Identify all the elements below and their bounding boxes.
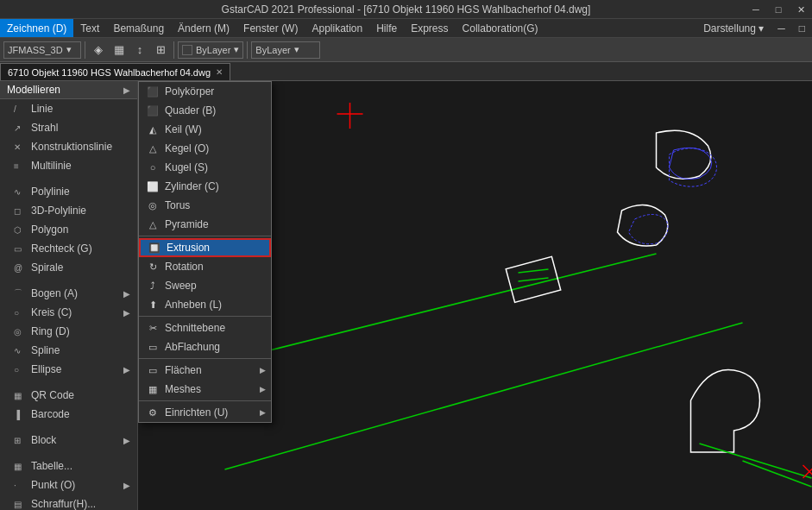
dropdown-sep-4 bbox=[139, 400, 271, 401]
polygon-icon: ⬡ bbox=[14, 225, 26, 235]
menu-express[interactable]: Express bbox=[404, 19, 455, 37]
schraffur-icon: ▤ bbox=[14, 500, 26, 509]
maximize-button[interactable]: □ bbox=[767, 0, 790, 19]
menu-fenster[interactable]: Fenster (W) bbox=[236, 19, 305, 37]
svg-line-3 bbox=[225, 323, 743, 469]
sidebar-item-linie[interactable]: / Linie bbox=[0, 99, 137, 118]
linie-label: Linie bbox=[31, 103, 53, 115]
menu-applikation[interactable]: Applikation bbox=[305, 19, 369, 37]
dropdown-polykorper[interactable]: ⬛ Polykörper bbox=[139, 82, 271, 101]
barcode-icon: ▐ bbox=[14, 410, 26, 419]
dropdown-einrichten[interactable]: ⚙ Einrichten (U) bbox=[139, 403, 271, 422]
strahl-icon: ↗ bbox=[14, 123, 26, 133]
sidebar-item-polylinie[interactable]: ∿ Polylinie bbox=[0, 182, 137, 201]
sidebar-item-spirale[interactable]: @ Spirale bbox=[0, 258, 137, 277]
dropdown-sweep[interactable]: ⤴ Sweep bbox=[139, 276, 271, 295]
dropdown-schnittebene[interactable]: ✂ Schnittebene bbox=[139, 318, 271, 337]
flachen-icon: ▭ bbox=[146, 365, 160, 376]
linetype-value: ByLayer bbox=[255, 45, 290, 55]
layer-dropdown[interactable]: JFMASS_3D ▾ bbox=[3, 41, 81, 59]
sidebar-item-strahl[interactable]: ↗ Strahl bbox=[0, 118, 137, 137]
menu-hilfe[interactable]: Hilfe bbox=[369, 19, 404, 37]
sidebar-item-polygon[interactable]: ⬡ Polygon bbox=[0, 220, 137, 239]
sidebar-item-ring[interactable]: ◎ Ring (D) bbox=[0, 322, 137, 341]
tab-drawing[interactable]: 6710 Objekt 11960 HGS Wahlbacherhof 04.d… bbox=[0, 63, 230, 80]
dropdown-rotation[interactable]: ↻ Rotation bbox=[139, 257, 271, 276]
tab-close-button[interactable]: ✕ bbox=[216, 67, 223, 77]
pyramide-label: Pyramide bbox=[165, 218, 209, 230]
sidebar-item-ellipse[interactable]: ○ Ellipse ▶ bbox=[0, 360, 137, 379]
sidebar-item-kreis[interactable]: ○ Kreis (C) ▶ bbox=[0, 303, 137, 322]
torus-label: Torus bbox=[165, 199, 190, 211]
bogen-sub-arrow: ▶ bbox=[123, 289, 130, 299]
sidebar-sep-2 bbox=[0, 277, 137, 284]
torus-icon: ◎ bbox=[146, 200, 160, 211]
menu-max2[interactable]: □ bbox=[792, 19, 812, 37]
menu-text[interactable]: Text bbox=[73, 19, 106, 37]
sidebar-item-qrcode[interactable]: ▦ QR Code bbox=[0, 386, 137, 405]
sidebar-item-konstruktionslinie[interactable]: ✕ Konstruktionslinie bbox=[0, 137, 137, 156]
einrichten-label: Einrichten (U) bbox=[165, 406, 228, 419]
sidebar-item-spline[interactable]: ∿ Spline bbox=[0, 341, 137, 360]
sidebar-item-punkt[interactable]: · Punkt (O) ▶ bbox=[0, 475, 137, 494]
bogen-icon: ⌒ bbox=[14, 287, 26, 299]
menu-bemasssung[interactable]: Bemaßung bbox=[106, 19, 171, 37]
dropdown-extrusion[interactable]: 🔲 Extrusion bbox=[139, 238, 271, 257]
sidebar-item-multilinie[interactable]: ≡ Multilinie bbox=[0, 156, 137, 175]
dropdown-abflachung[interactable]: ▭ AbFlachung bbox=[139, 337, 271, 356]
minimize-button[interactable]: ─ bbox=[745, 0, 767, 19]
sidebar-item-barcode[interactable]: ▐ Barcode bbox=[0, 405, 137, 424]
dropdown-anheben[interactable]: ⬆ Anheben (L) bbox=[139, 295, 271, 314]
sidebar-item-schraffur[interactable]: ▤ Schraffur(H)... bbox=[0, 494, 137, 510]
dropdown-flachen[interactable]: ▭ Flächen bbox=[139, 361, 271, 380]
toolbar-icon-1[interactable]: ◈ bbox=[89, 41, 108, 59]
multilinie-icon: ≡ bbox=[14, 161, 26, 171]
sidebar-sep-3 bbox=[0, 379, 137, 386]
sidebar-item-tabelle[interactable]: ▦ Tabelle... bbox=[0, 456, 137, 475]
polykorper-icon: ⬛ bbox=[146, 86, 160, 98]
polylinie-icon: ∿ bbox=[14, 187, 26, 197]
color-dropdown[interactable]: ByLayer ▾ bbox=[178, 41, 243, 59]
menu-collaboration[interactable]: Collaboration(G) bbox=[456, 19, 545, 37]
punkt-label: Punkt (O) bbox=[31, 479, 75, 491]
dropdown-kegel[interactable]: △ Kegel (O) bbox=[139, 139, 271, 158]
keil-icon: ◭ bbox=[146, 124, 160, 135]
dropdown-kugel[interactable]: ○ Kugel (S) bbox=[139, 158, 271, 177]
sidebar-item-3dpolylinie[interactable]: ◻ 3D-Polylinie bbox=[0, 201, 137, 220]
dropdown-sep-3 bbox=[139, 358, 271, 359]
menu-min2[interactable]: ─ bbox=[771, 19, 792, 37]
sidebar-item-rechteck[interactable]: ▭ Rechteck (G) bbox=[0, 239, 137, 258]
dropdown-keil[interactable]: ◭ Keil (W) bbox=[139, 120, 271, 139]
qrcode-icon: ▦ bbox=[14, 391, 26, 400]
dropdown-zylinder[interactable]: ⬜ Zylinder (C) bbox=[139, 177, 271, 196]
rechteck-icon: ▭ bbox=[14, 244, 26, 254]
close-button[interactable]: ✕ bbox=[790, 0, 812, 19]
menu-andern[interactable]: Ändern (M) bbox=[171, 19, 236, 37]
rotation-label: Rotation bbox=[165, 261, 204, 273]
3dpolylinie-label: 3D-Polylinie bbox=[31, 205, 86, 217]
dropdown-quader[interactable]: ⬛ Quader (B) bbox=[139, 101, 271, 120]
tab-label: 6710 Objekt 11960 HGS Wahlbacherhof 04.d… bbox=[8, 67, 211, 78]
sidebar-sep-1 bbox=[0, 175, 137, 182]
menu-zeichnen[interactable]: Zeichnen (D) bbox=[0, 19, 73, 37]
abflachung-icon: ▭ bbox=[146, 342, 160, 353]
canvas-area[interactable]: ⬛ Polykörper ⬛ Quader (B) ◭ Keil (W) △ K… bbox=[138, 81, 812, 510]
dropdown-meshes[interactable]: ▦ Meshes bbox=[139, 380, 271, 399]
dropdown-pyramide[interactable]: △ Pyramide bbox=[139, 215, 271, 234]
dropdown-torus[interactable]: ◎ Torus bbox=[139, 196, 271, 215]
sidebar-header[interactable]: Modellieren ▶ bbox=[0, 81, 137, 99]
linetype-dropdown[interactable]: ByLayer ▾ bbox=[251, 41, 320, 59]
sidebar-item-bogen[interactable]: ⌒ Bogen (A) ▶ bbox=[0, 284, 137, 303]
menu-darstellung[interactable]: Darstellung ▾ bbox=[696, 19, 771, 37]
meshes-label: Meshes bbox=[165, 383, 201, 395]
main-area: Modellieren ▶ / Linie ↗ Strahl ✕ Konstru… bbox=[0, 81, 812, 510]
toolbar-icon-3[interactable]: ↕ bbox=[130, 41, 149, 59]
title-bar: GstarCAD 2021 Professional - [6710 Objek… bbox=[0, 0, 812, 19]
kreis-sub-arrow: ▶ bbox=[123, 308, 130, 318]
ring-label: Ring (D) bbox=[31, 325, 70, 337]
kugel-label: Kugel (S) bbox=[165, 161, 208, 173]
sidebar-item-block[interactable]: ⊞ Block ▶ bbox=[0, 431, 137, 450]
toolbar-icon-2[interactable]: ▦ bbox=[110, 41, 129, 59]
polylinie-label: Polylinie bbox=[31, 186, 70, 198]
toolbar-icon-4[interactable]: ⊞ bbox=[151, 41, 170, 59]
